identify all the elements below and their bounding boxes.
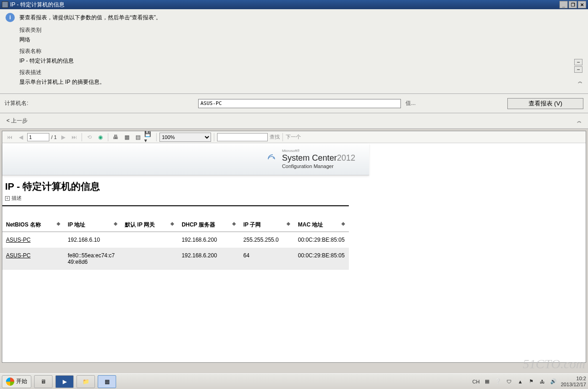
- cell-subnet: 64: [240, 248, 294, 270]
- col-gateway[interactable]: 默认 IP 网关◆: [121, 218, 178, 232]
- tray-icon-2[interactable]: 🛡: [506, 378, 513, 385]
- page-total-label: / 1: [51, 134, 57, 140]
- chevron-up-icon[interactable]: ︽: [578, 78, 582, 85]
- tray-help-icon[interactable]: ❔: [494, 378, 502, 385]
- tray-flag-icon[interactable]: ⚑: [528, 378, 535, 385]
- prev-page-button[interactable]: ◀: [16, 133, 25, 142]
- report-title: IP - 特定计算机的信息: [2, 175, 586, 194]
- print-button[interactable]: 🖶: [111, 133, 120, 142]
- taskbar-app-4[interactable]: ▦: [98, 375, 116, 388]
- table-header-row: NetBIOS 名称◆ IP 地址◆ 默认 IP 网关◆ DHCP 服务器◆ I…: [2, 218, 349, 232]
- category-label: 报表类别: [19, 26, 574, 34]
- stop-button[interactable]: ◉: [96, 133, 105, 142]
- start-button[interactable]: 开始: [2, 375, 31, 388]
- col-mac[interactable]: MAC 地址◆: [294, 218, 349, 232]
- taskbar-app-2[interactable]: ▶: [55, 375, 74, 388]
- table-row: ASUS-PC 192.168.6.10 192.168.6.200 255.2…: [2, 232, 349, 248]
- report-viewer: ⏮ ◀ / 1 ▶ ⏭ ⟲ ◉ 🖶 ▦ ▤ 💾▾ 100% 查找 下一个 Mic…: [2, 131, 586, 363]
- close-button[interactable]: ✕: [578, 1, 586, 8]
- computer-name-input[interactable]: [198, 99, 401, 108]
- next-page-button[interactable]: ▶: [59, 133, 68, 142]
- col-netbios[interactable]: NetBIOS 名称◆: [2, 218, 64, 232]
- system-tray: CH ▦ ❔ 🛡 ▲ ⚑ 🖧 🔊 10:2 2013/12/17: [472, 376, 586, 387]
- taskbar-app-1[interactable]: 🖥: [34, 375, 53, 388]
- logo-cm-text: Configuration Manager: [282, 163, 355, 169]
- logo-sc-text: System Center: [282, 153, 337, 163]
- windows-orb-icon: [6, 377, 14, 386]
- tray-clock[interactable]: 10:2 2013/12/17: [561, 376, 586, 387]
- computer-name-label: 计算机名:: [5, 99, 198, 107]
- cell-gateway: [121, 248, 178, 270]
- report-name-value: IP - 特定计算机的信息: [19, 57, 574, 65]
- tray-icon-1[interactable]: ▦: [483, 378, 491, 385]
- logo-ms-text: Microsoft®: [282, 149, 355, 153]
- page-setup-button[interactable]: ▤: [133, 133, 142, 142]
- window-titlebar: IP - 特定计算机的信息 _ ❐ ✕: [0, 0, 588, 9]
- info-panel: i 要查看报表，请提供以下参数的值，然后单击“查看报表”。 报表类别 网络 报表…: [0, 9, 588, 94]
- app-icon: [2, 1, 8, 8]
- zoom-select[interactable]: 100%: [159, 133, 211, 142]
- report-toolbar: ⏮ ◀ / 1 ▶ ⏭ ⟲ ◉ 🖶 ▦ ▤ 💾▾ 100% 查找 下一个: [2, 131, 586, 143]
- col-ip[interactable]: IP 地址◆: [64, 218, 121, 232]
- tray-net-icon[interactable]: 🖧: [539, 378, 546, 385]
- chevron-up-icon-2[interactable]: ︽: [577, 118, 582, 124]
- tray-sound-icon[interactable]: 🔊: [550, 378, 557, 385]
- ime-indicator[interactable]: CH: [472, 379, 480, 384]
- tray-up-icon[interactable]: ▲: [517, 378, 524, 385]
- system-center-logo: Microsoft® System Center2012 Configurati…: [267, 149, 355, 169]
- data-table: NetBIOS 名称◆ IP 地址◆ 默认 IP 网关◆ DHCP 服务器◆ I…: [2, 218, 349, 270]
- report-content: IP - 特定计算机的信息 +描述 NetBIOS 名称◆ IP 地址◆ 默认 …: [2, 175, 586, 362]
- back-button[interactable]: < 上一步: [6, 117, 28, 125]
- view-report-button[interactable]: 查看报表 (V): [507, 98, 583, 109]
- cell-ip: 192.168.6.10: [64, 232, 121, 248]
- description-toggle[interactable]: +描述: [2, 194, 349, 206]
- table-row: ASUS-PC fe80::55ea:ec74:c749:e8d6 192.16…: [2, 248, 349, 270]
- col-subnet[interactable]: IP 子网◆: [240, 218, 294, 232]
- back-bar: < 上一步 ︽: [0, 113, 588, 129]
- cell-dhcp: 192.168.6.200: [178, 232, 240, 248]
- netbios-link[interactable]: ASUS-PC: [6, 237, 30, 243]
- cell-mac: 00:0C:29:BE:85:05: [294, 248, 349, 270]
- netbios-link[interactable]: ASUS-PC: [6, 252, 30, 259]
- report-desc-value: 显示单台计算机上 IP 的摘要信息。: [19, 78, 574, 86]
- instruction-text: 要查看报表，请提供以下参数的值，然后单击“查看报表”。: [19, 13, 574, 22]
- value-hint[interactable]: 值...: [406, 99, 416, 107]
- search-input[interactable]: [217, 133, 268, 141]
- cell-ip: fe80::55ea:ec74:c749:e8d6: [64, 248, 121, 270]
- maximize-button[interactable]: ❐: [569, 1, 577, 8]
- print-layout-button[interactable]: ▦: [122, 133, 131, 142]
- category-value: 网络: [19, 36, 574, 44]
- start-label: 开始: [16, 377, 27, 385]
- taskbar-app-3[interactable]: 📁: [76, 375, 95, 388]
- first-page-button[interactable]: ⏮: [5, 133, 14, 142]
- search-next-button[interactable]: 下一个: [286, 134, 301, 140]
- report-desc-label: 报表描述: [19, 69, 574, 76]
- report-header: Microsoft® System Center2012 Configurati…: [2, 143, 369, 175]
- back-nav-button[interactable]: ⟲: [85, 133, 94, 142]
- cell-subnet: 255.255.255.0: [240, 232, 294, 248]
- swirl-icon: [267, 154, 278, 165]
- minimize-button[interactable]: _: [559, 1, 568, 8]
- report-name-label: 报表名称: [19, 47, 574, 55]
- cell-mac: 00:0C:29:BE:85:05: [294, 232, 349, 248]
- export-button[interactable]: 💾▾: [144, 133, 153, 142]
- info-icon: i: [6, 13, 15, 22]
- window-title: IP - 特定计算机的信息: [10, 1, 65, 9]
- col-dhcp[interactable]: DHCP 服务器◆: [178, 218, 240, 232]
- taskbar: 开始 🖥 ▶ 📁 ▦ CH ▦ ❔ 🛡 ▲ ⚑ 🖧 🔊 10:2 2013/12…: [0, 373, 588, 389]
- collapse-up-button[interactable]: −: [574, 59, 582, 65]
- cell-dhcp: 192.168.6.200: [178, 248, 240, 270]
- logo-year-text: 2012: [337, 153, 355, 163]
- collapse-down-button[interactable]: −: [574, 66, 582, 73]
- page-number-input[interactable]: [27, 133, 49, 141]
- cell-gateway: [121, 232, 178, 248]
- parameter-bar: 计算机名: 值... 查看报表 (V): [0, 94, 588, 113]
- search-button[interactable]: 查找: [270, 134, 280, 140]
- last-page-button[interactable]: ⏭: [70, 133, 79, 142]
